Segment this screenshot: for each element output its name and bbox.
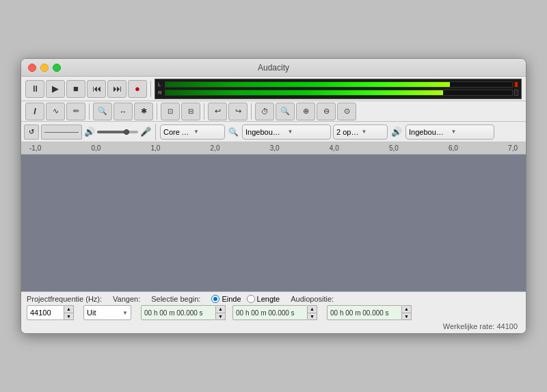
- freq-up[interactable]: ▲: [64, 306, 73, 313]
- trim-button[interactable]: ⊡: [161, 103, 180, 120]
- transport-toolbar: ⏸ ▶ ■ ⏮ ⏭ ● L R: [21, 77, 526, 101]
- channels-dropdown[interactable]: 2 opnam... ▼: [333, 125, 388, 140]
- ap-up[interactable]: ▲: [402, 306, 411, 313]
- selectie-begin-control: 00 h 00 m 00.000 s ▲ ▼: [141, 305, 226, 320]
- meter-bar-r: [165, 90, 513, 96]
- selection-tool-button[interactable]: I: [25, 103, 44, 120]
- redo-button[interactable]: ↪: [228, 103, 248, 120]
- input-device-arrow: ▼: [288, 129, 328, 135]
- lengte-label: Lengte: [257, 295, 280, 303]
- pause-button[interactable]: ⏸: [25, 80, 44, 98]
- skip-end-button[interactable]: ⏭: [107, 80, 126, 98]
- output-device-dropdown[interactable]: Ingebouwde uitgang ▼: [405, 125, 494, 140]
- einde-control: 00 h 00 m 00.000 s ▲ ▼: [232, 305, 317, 320]
- core-audio-dropdown[interactable]: Core Au... ▼: [160, 125, 225, 140]
- audiopositie-stepper[interactable]: ▲ ▼: [402, 305, 412, 320]
- vangen-arrow: ▼: [122, 310, 128, 316]
- skip-start-button[interactable]: ⏮: [87, 80, 106, 98]
- sb-down[interactable]: ▼: [216, 313, 225, 320]
- play-button[interactable]: ▶: [46, 80, 65, 98]
- core-audio-arrow: ▼: [194, 129, 222, 135]
- selectie-begin-label: Selectie begin:: [151, 295, 200, 303]
- tick-0: 0,0: [91, 144, 101, 152]
- tick-6: 6,0: [449, 144, 458, 152]
- zoom-btn2[interactable]: 🔍: [276, 103, 295, 120]
- einde-value: 00 h 00 m 00.000 s: [236, 309, 295, 317]
- meter-fill-r: [165, 90, 443, 95]
- record-button[interactable]: ●: [128, 80, 147, 98]
- titlebar: Audacity: [21, 59, 526, 77]
- envelope-tool-button[interactable]: ∿: [46, 103, 65, 120]
- audiopositie-input[interactable]: 00 h 00 m 00.000 s: [327, 305, 402, 320]
- vangen-select[interactable]: Uit ▼: [83, 305, 131, 320]
- status-row-inputs: 44100 ▲ ▼ Uit ▼ 00 h 00 m 00.000 s ▲: [27, 305, 520, 320]
- audiopositie-label: Audiopositie:: [291, 295, 334, 303]
- multi-tool-button[interactable]: ✱: [134, 103, 153, 120]
- selectie-begin-input[interactable]: 00 h 00 m 00.000 s: [141, 305, 216, 320]
- meter-bar-l: [165, 81, 513, 88]
- undo-button[interactable]: ↩: [208, 103, 227, 120]
- selectie-begin-value: 00 h 00 m 00.000 s: [144, 309, 203, 317]
- audiopositie-value: 00 h 00 m 00.000 s: [330, 309, 389, 317]
- project-freq-input[interactable]: 44100: [27, 305, 64, 320]
- lengte-radio-circle: [247, 295, 255, 303]
- freq-down[interactable]: ▼: [64, 313, 73, 320]
- loop-button[interactable]: ↺: [24, 125, 39, 140]
- maximize-button[interactable]: [53, 64, 61, 72]
- timer-button[interactable]: ⏱: [255, 103, 274, 120]
- e-up[interactable]: ▲: [308, 306, 317, 313]
- level-meter[interactable]: L R: [155, 79, 522, 99]
- tick-2: 2,0: [211, 144, 220, 152]
- tick-7: 7,0: [508, 144, 518, 152]
- speaker-icon: 🔊: [391, 127, 402, 137]
- input-device-dropdown[interactable]: Ingebouwde micro... ▼: [242, 125, 331, 140]
- separator: [150, 81, 151, 97]
- lengte-radio[interactable]: Lengte: [247, 295, 280, 303]
- meter-clip-r: [514, 90, 518, 96]
- output-device-label: Ingebouwde uitgang: [409, 128, 449, 136]
- output-device-arrow: ▼: [451, 129, 492, 135]
- rate-line: Werkelijke rate: 44100: [27, 322, 520, 330]
- draw-tool-button[interactable]: ✏: [66, 103, 85, 120]
- zoom-in-button[interactable]: 🔍: [93, 103, 112, 120]
- meter-fill-l: [165, 82, 450, 87]
- zoom-btn5[interactable]: ⊙: [337, 103, 356, 120]
- channels-label: 2 opnam...: [336, 128, 360, 136]
- timeline-ruler: -1,0 0,0 1,0 2,0 3,0 4,0 5,0 6,0 7,0: [21, 142, 526, 155]
- einde-label: Einde: [222, 295, 241, 303]
- zoom-btn4[interactable]: ⊖: [317, 103, 336, 120]
- input-device-label: Ingebouwde micro...: [245, 128, 286, 136]
- e-down[interactable]: ▼: [308, 313, 317, 320]
- close-button[interactable]: [28, 64, 36, 72]
- einde-radio-circle: [211, 295, 219, 303]
- meter-clip-l: [514, 81, 518, 88]
- stop-button[interactable]: ■: [66, 80, 85, 98]
- vangen-label: Vangen:: [113, 295, 140, 303]
- window-title: Audacity: [258, 63, 289, 73]
- silence-button[interactable]: ⊟: [181, 103, 200, 120]
- track-area[interactable]: [21, 155, 526, 291]
- zoom-control[interactable]: —————: [41, 125, 82, 140]
- separator3: [157, 103, 157, 120]
- volume-handle: [124, 129, 129, 135]
- meter-row-right: R: [158, 90, 518, 96]
- separator5: [251, 103, 252, 120]
- sb-up[interactable]: ▲: [216, 306, 225, 313]
- volume-fill: [97, 131, 126, 133]
- project-freq-stepper[interactable]: ▲ ▼: [64, 305, 74, 320]
- einde-stepper[interactable]: ▲ ▼: [308, 305, 317, 320]
- zoom-fit-button[interactable]: ↔: [114, 103, 133, 120]
- minimize-button[interactable]: [40, 64, 49, 72]
- mic-icon: 🎤: [140, 127, 151, 137]
- selectie-begin-stepper[interactable]: ▲ ▼: [216, 305, 226, 320]
- einde-radio[interactable]: Einde: [211, 295, 241, 303]
- meter-label-r: R: [158, 90, 163, 96]
- separator2: [89, 103, 90, 120]
- channels-arrow: ▼: [362, 129, 385, 135]
- meter-label-l: L: [158, 81, 163, 88]
- tick-5: 5,0: [389, 144, 399, 152]
- ap-down[interactable]: ▼: [402, 313, 411, 320]
- volume-slider[interactable]: [97, 131, 138, 133]
- einde-input[interactable]: 00 h 00 m 00.000 s: [232, 305, 308, 320]
- zoom-btn3[interactable]: ⊕: [296, 103, 315, 120]
